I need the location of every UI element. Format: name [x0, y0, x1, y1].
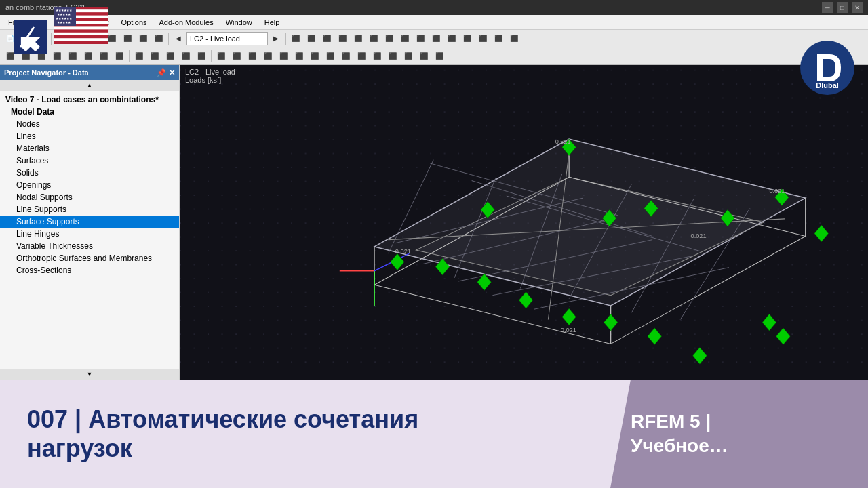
tb-btn-o[interactable]: ⬛ — [507, 31, 521, 46]
toolbar-2: ⬛ ⬛ ⬛ ⬛ ⬛ ⬛ ⬛ ⬛ ⬛ ⬛ ⬛ ⬛ ⬛ ⬛ ⬛ ⬛ ⬛ ⬛ ⬛ ⬛ … — [0, 47, 868, 65]
load-value-2: 0.021 — [691, 232, 707, 239]
tb2-btn-q[interactable]: ⬛ — [260, 49, 275, 64]
tree-item-solids[interactable]: Solids — [0, 167, 179, 179]
minimize-button[interactable]: ─ — [822, 2, 833, 13]
tb-btn-m[interactable]: ⬛ — [475, 31, 490, 46]
lc-dropdown-label: LC2 - Live load — [190, 35, 240, 43]
toolbar-1: 📄 📂 💾 🖨 ↩ ↪ ⬛ ⬛ ⬛ ⬛ ◀ LC2 - Live load ▶ … — [0, 30, 868, 47]
tb-prev-lc[interactable]: ◀ — [171, 31, 186, 46]
tb-btn-b[interactable]: ⬛ — [304, 31, 319, 46]
tb2-btn-w[interactable]: ⬛ — [354, 49, 369, 64]
tb-view1[interactable]: ⬛ — [120, 31, 135, 46]
tb2-btn-m[interactable]: ⬛ — [194, 49, 209, 64]
banner-title-line2: нагрузок — [27, 434, 132, 462]
tb2-btn-v[interactable]: ⬛ — [338, 49, 353, 64]
tb-btn-g[interactable]: ⬛ — [382, 31, 397, 46]
tb-btn-i[interactable]: ⬛ — [413, 31, 428, 46]
menu-options[interactable]: Options — [116, 17, 153, 28]
tree-item-nodes[interactable]: Nodes — [0, 118, 179, 130]
dlubal-logo: Dlubal — [800, 41, 854, 95]
tb2-btn-j[interactable]: ⬛ — [147, 49, 162, 64]
tree-item-openings[interactable]: Openings — [0, 179, 179, 191]
tb2-btn-g[interactable]: ⬛ — [96, 49, 111, 64]
sidebar-close-icon[interactable]: ✕ — [169, 68, 175, 77]
banner-right: RFEM 5 | Учебное… — [610, 380, 868, 488]
tree-model-data[interactable]: Model Data — [0, 106, 179, 118]
tb2-btn-p[interactable]: ⬛ — [245, 49, 260, 64]
menu-bar: File Edit View Project Options Add-on Mo… — [0, 15, 868, 30]
tb2-btn-aa[interactable]: ⬛ — [416, 49, 431, 64]
tb-btn-a[interactable]: ⬛ — [288, 31, 303, 46]
tb2-btn-t[interactable]: ⬛ — [307, 49, 322, 64]
banner-subtitle: RFEM 5 | Учебное… — [631, 409, 848, 459]
tb2-btn-y[interactable]: ⬛ — [385, 49, 400, 64]
tb-btn-e[interactable]: ⬛ — [351, 31, 366, 46]
svg-rect-64 — [54, 35, 108, 38]
sidebar-tree: Video 7 - Load cases an combintations* M… — [0, 91, 179, 369]
bottom-banner: ↙ ★★★★★★ ★★★★★ ★★★★★★ — [0, 380, 868, 488]
tb2-btn-l[interactable]: ⬛ — [178, 49, 193, 64]
svg-rect-65 — [54, 38, 108, 41]
tb2-btn-i[interactable]: ⬛ — [132, 49, 146, 64]
tb-view2[interactable]: ⬛ — [136, 31, 151, 46]
tree-item-nodal-supports[interactable]: Nodal Supports — [0, 191, 179, 203]
tb2-btn-f[interactable]: ⬛ — [81, 49, 96, 64]
tree-item-surfaces[interactable]: Surfaces — [0, 155, 179, 167]
tb-btn-f[interactable]: ⬛ — [366, 31, 381, 46]
sidebar-controls[interactable]: 📌 ✕ — [157, 68, 175, 77]
tree-scroll-down[interactable]: ▼ — [0, 369, 179, 380]
us-flag: ★★★★★★ ★★★★★ ★★★★★★ ★★★★★ — [54, 7, 108, 44]
tb2-btn-z[interactable]: ⬛ — [401, 49, 416, 64]
tb2-btn-k[interactable]: ⬛ — [163, 49, 178, 64]
tb-btn-c[interactable]: ⬛ — [319, 31, 334, 46]
tree-scroll-up[interactable]: ▲ — [0, 80, 179, 91]
svg-text:↙: ↙ — [20, 33, 34, 51]
title-bar: an combintations, LC2*] ─ □ ✕ — [0, 0, 868, 15]
window-controls[interactable]: ─ □ ✕ — [822, 2, 863, 13]
lc-dropdown[interactable]: LC2 - Live load — [186, 32, 268, 45]
tb2-btn-e[interactable]: ⬛ — [65, 49, 80, 64]
3d-scene: 0.621 0.621 0.021 0.021 0.021 0.023 — [180, 65, 868, 380]
menu-addons[interactable]: Add-on Modules — [154, 17, 219, 28]
tb-sep-3 — [168, 33, 169, 45]
sidebar-pin-icon[interactable]: 📌 — [157, 68, 166, 77]
tree-item-materials[interactable]: Materials — [0, 142, 179, 155]
menu-help[interactable]: Help — [259, 17, 285, 28]
tb-btn-h[interactable]: ⬛ — [397, 31, 412, 46]
tb2-btn-u[interactable]: ⬛ — [323, 49, 338, 64]
tb-btn-d[interactable]: ⬛ — [335, 31, 350, 46]
menu-window[interactable]: Window — [220, 17, 258, 28]
svg-rect-61 — [54, 26, 108, 29]
tb-next-lc[interactable]: ▶ — [269, 31, 283, 46]
tb-btn-j[interactable]: ⬛ — [429, 31, 443, 46]
viewport-lc-label: LC2 - Live load — [185, 68, 235, 76]
tb2-btn-o[interactable]: ⬛ — [229, 49, 244, 64]
tb2-btn-x[interactable]: ⬛ — [370, 49, 384, 64]
tb-sep-1 — [51, 33, 52, 45]
tb2-btn-h[interactable]: ⬛ — [112, 49, 127, 64]
viewport-label: LC2 - Live load Loads [ksf] — [185, 68, 235, 84]
tb-view3[interactable]: ⬛ — [151, 31, 166, 46]
tb2-btn-s[interactable]: ⬛ — [292, 49, 307, 64]
tb-btn-n[interactable]: ⬛ — [491, 31, 506, 46]
banner-subtitle-line1: RFEM 5 | — [631, 411, 711, 432]
tree-item-variable-thicknesses[interactable]: Variable Thicknesses — [0, 240, 179, 252]
tree-root[interactable]: Video 7 - Load cases an combintations* — [0, 94, 179, 106]
tree-item-orthotropic[interactable]: Orthotropic Surfaces and Membranes — [0, 252, 179, 264]
tree-item-cross-sections[interactable]: Cross-Sections — [0, 264, 179, 277]
tb2-btn-n[interactable]: ⬛ — [214, 49, 229, 64]
tree-item-lines[interactable]: Lines — [0, 130, 179, 142]
dlubal-logo-text: Dlubal — [816, 81, 839, 89]
maximize-button[interactable]: □ — [837, 2, 848, 13]
tree-item-surface-supports[interactable]: Surface Supports — [0, 216, 179, 228]
tb2-btn-d[interactable]: ⬛ — [50, 49, 64, 64]
viewport[interactable]: LC2 - Live load Loads [ksf] — [180, 65, 868, 380]
close-button[interactable]: ✕ — [852, 2, 863, 13]
tb-btn-k[interactable]: ⬛ — [444, 31, 459, 46]
tb2-btn-r[interactable]: ⬛ — [276, 49, 291, 64]
tree-item-line-hinges[interactable]: Line Hinges — [0, 228, 179, 240]
tb2-sep-1 — [129, 50, 130, 62]
tree-item-line-supports[interactable]: Line Supports — [0, 203, 179, 216]
tb-btn-l[interactable]: ⬛ — [460, 31, 475, 46]
tb2-btn-ab[interactable]: ⬛ — [432, 49, 447, 64]
